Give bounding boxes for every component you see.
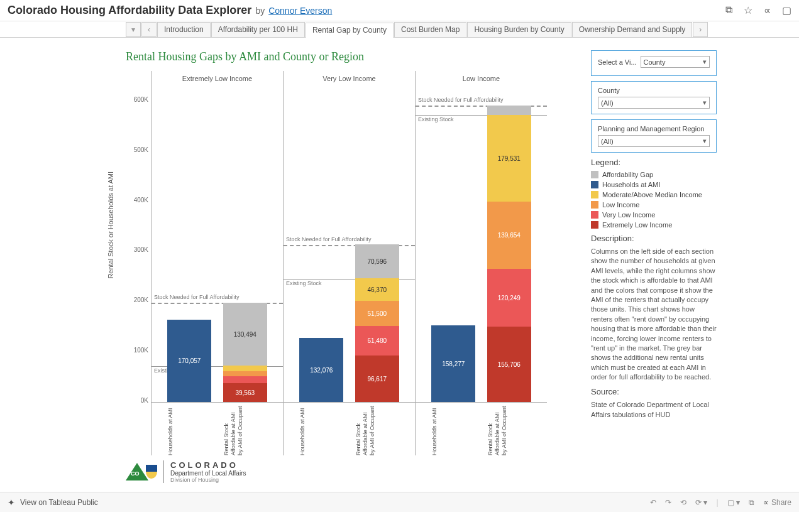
legend-label: Very Low Income [602,211,655,219]
panel-extremely-low-income: Extremely Low Income Stock Needed for Fu… [151,71,283,455]
tab-introduction[interactable]: Introduction [157,22,211,37]
y-axis-label: Rental Stock or Households at AMI [107,171,114,279]
legend-swatch [591,201,598,209]
description-text: Columns on the left side of each section… [591,247,717,382]
bar-rental-stock[interactable]: 130,494 39,563 [223,88,267,402]
view-on-tableau-button[interactable]: ✦ View on Tableau Public [8,497,98,508]
by-label: by [255,6,265,16]
redo-icon[interactable]: ↷ [665,498,671,507]
author-link[interactable]: Connor Everson [268,6,332,16]
panel-very-low-income: Very Low Income Stock Needed for Full Af… [283,71,415,455]
filter-county-box: County (All) [591,81,717,114]
legend-swatch [591,171,598,178]
filter-view-select[interactable]: County [641,56,710,68]
xlabel-stock: Rental Stock Affordable at AMI by AMI of… [223,405,267,455]
seg-very-low [223,376,267,383]
legend-label: Affordability Gap [602,171,653,178]
seg-eli: 155,706 [487,327,531,402]
panel-header: Low Income [416,71,547,89]
filter-view-label: Select a Vi... [598,58,637,66]
share-icon[interactable]: ∝ [764,4,771,16]
legend-header: Legend: [591,158,717,167]
legend-swatch [591,221,598,229]
replay-icon[interactable]: ⟲ [680,498,686,507]
filter-view-box: Select a Vi... County [591,50,717,76]
xlabel-households: Households at AMI [431,405,475,455]
seg-households: 170,057 [167,320,211,402]
legend-label: Extremely Low Income [602,221,672,229]
footer-toolbar: ✦ View on Tableau Public ↶ ↷ ⟲ ⟳ ▾ | ▢ ▾… [0,492,799,512]
legend-item[interactable]: Low Income [591,201,717,209]
bar-households[interactable]: 132,076 [299,88,343,402]
tab-ownership-demand-supply[interactable]: Ownership Demand and Supply [572,22,692,37]
logo-dept: Department of Local Affairs [170,470,246,477]
y-axis-ticks: 600K 500K 400K 300K 200K 100K 0K [126,71,151,404]
seg-moderate: 46,370 [355,278,399,301]
legend-swatch [591,191,598,198]
legend-item[interactable]: Extremely Low Income [591,221,717,229]
source-header: Source: [591,387,717,396]
seg-eli: 39,563 [223,383,267,402]
legend-swatch [591,181,598,188]
tab-prev-icon[interactable]: ‹ [141,22,157,37]
tab-cost-burden-map[interactable]: Cost Burden Map [394,22,466,37]
panel-low-income: Low Income Stock Needed for Full Afforda… [415,71,547,455]
seg-very-low: 61,480 [355,326,399,356]
seg-moderate: 179,531 [487,115,531,202]
seg-low: 139,654 [487,202,531,269]
panel-header: Very Low Income [284,71,415,89]
reset-icon[interactable]: ⟳ ▾ [695,498,707,507]
legend-item[interactable]: Affordability Gap [591,171,717,178]
legend-swatch [591,211,598,219]
share-button[interactable]: ∝ Share [763,498,791,507]
tableau-icon: ✦ [8,497,15,508]
copy-icon[interactable]: ⧉ [725,4,732,16]
page-header: Colorado Housing Affordability Data Expl… [0,0,799,21]
xlabel-stock: Rental Stock Affordable at AMI by AMI of… [355,405,399,455]
legend-label: Low Income [602,201,639,209]
panel-header: Extremely Low Income [152,71,283,89]
sidebar: Select a Vi... County County (All) Plann… [591,50,717,483]
seg-gap: 70,596 [355,244,399,278]
download-icon[interactable]: ⧉ [749,498,754,507]
tab-next-icon[interactable]: › [693,22,708,37]
xlabel-households: Households at AMI [167,405,211,455]
legend-item[interactable]: Very Low Income [591,211,717,219]
bar-rental-stock[interactable]: 70,596 46,370 51,500 61,480 96,617 [355,88,399,402]
comment-icon[interactable]: ▢ [782,4,791,16]
description-header: Description: [591,234,717,243]
device-icon[interactable]: ▢ ▾ [727,498,740,507]
bar-households[interactable]: 158,277 [431,88,475,402]
filter-region-label: Planning and Management Region [598,125,710,133]
seg-households: 132,076 [299,338,343,402]
seg-gap [487,106,531,115]
undo-icon[interactable]: ↶ [650,498,656,507]
tab-housing-burden-by-county[interactable]: Housing Burden by County [467,22,571,37]
xlabel-stock: Rental Stock Affordable at AMI by AMI of… [487,405,531,455]
filter-county-label: County [598,87,710,94]
filter-region-select[interactable]: (All) [598,135,710,147]
seg-moderate [223,366,267,371]
logo-division: Division of Housing [170,477,246,483]
workbook-title: Colorado Housing Affordability Data Expl… [8,4,251,17]
legend-label: Households at AMI [602,181,660,188]
tab-rental-gap-by-county[interactable]: Rental Gap by County [306,23,394,38]
seg-eli: 96,617 [355,356,399,402]
legend-item[interactable]: Households at AMI [591,181,717,188]
seg-low [223,371,267,376]
seg-gap: 130,494 [223,303,267,366]
tab-affordability-per-100hh[interactable]: Affordability per 100 HH [211,22,305,37]
dola-logo-icon [126,463,157,480]
filter-county-select[interactable]: (All) [598,97,710,109]
bar-rental-stock[interactable]: 179,531 139,654 120,249 155,706 [487,88,531,402]
seg-households: 158,277 [431,325,475,402]
logo-row: COLORADO Department of Local Affairs Div… [126,460,578,483]
legend-label: Moderate/Above Median Income [602,191,702,198]
legend-item[interactable]: Moderate/Above Median Income [591,191,717,198]
tab-dropdown-icon[interactable]: ▾ [126,22,141,37]
xlabel-households: Households at AMI [299,405,343,455]
bar-households[interactable]: 170,057 [167,88,211,402]
filter-region-box: Planning and Management Region (All) [591,119,717,153]
seg-very-low: 120,249 [487,269,531,327]
favorite-icon[interactable]: ☆ [744,4,752,16]
